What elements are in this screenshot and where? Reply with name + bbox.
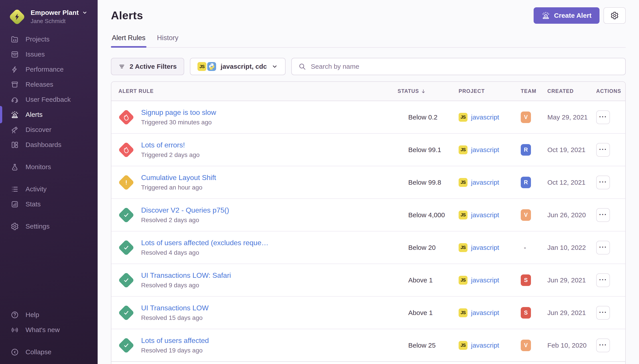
status-cell: Below 25 (398, 342, 459, 349)
team-avatar: S (521, 307, 531, 318)
table-row[interactable]: Cumulative Layout Shift Triggered an hou… (111, 166, 625, 199)
project-link[interactable]: javascript (471, 276, 499, 284)
project-link[interactable]: javascript (471, 244, 499, 252)
project-link[interactable]: javascript (471, 179, 499, 186)
sidebar-item-label: Settings (26, 222, 50, 230)
created-date: May 29, 2021 (547, 114, 596, 121)
page-title: Alerts (111, 9, 143, 22)
table-row[interactable]: Lots of errors! Triggered 2 days ago Bel… (111, 134, 625, 166)
row-actions-button[interactable]: ··· (596, 208, 610, 222)
status-label: Below 0.2 (408, 114, 438, 121)
project-cell: JS javascript (459, 146, 521, 154)
page-header: Alerts Create Alert (111, 7, 626, 24)
alert-rule-link[interactable]: Discover V2 - Queries p75() (141, 206, 229, 214)
table-row[interactable]: UI Transactions LOW Resolved 15 days ago… (111, 296, 625, 329)
sidebar-item-collapse[interactable]: Collapse (0, 344, 98, 360)
tab-bar: Alert Rules History (111, 34, 626, 48)
sidebar-item-issues[interactable]: Issues (0, 47, 98, 62)
arrow-up-icon (398, 309, 405, 316)
monitors-icon (11, 163, 19, 171)
team-cell: - (521, 244, 547, 252)
project-link[interactable]: javascript (471, 309, 499, 316)
sort-descending-icon (421, 89, 426, 94)
sidebar-item-user-feedback[interactable]: User Feedback (0, 92, 98, 107)
alert-rule-link[interactable]: Cumulative Layout Shift (141, 174, 216, 182)
created-date: Oct 19, 2021 (547, 146, 596, 154)
sidebar-item-performance[interactable]: Performance (0, 62, 98, 77)
alert-rule-link[interactable]: Lots of errors! (141, 141, 200, 149)
org-switcher[interactable]: Empower Plant Jane Schmidt (0, 0, 98, 31)
team-avatar: R (521, 177, 531, 188)
sidebar-item-dashboards[interactable]: Dashboards (0, 137, 98, 152)
project-link[interactable]: javascript (471, 211, 499, 219)
sidebar-item-projects[interactable]: Projects (0, 32, 98, 47)
sidebar-item-label: Projects (26, 36, 50, 43)
tab-alert-rules[interactable]: Alert Rules (111, 34, 146, 47)
python-icon (207, 62, 216, 71)
row-actions-button[interactable]: ··· (596, 143, 610, 157)
table-row[interactable]: UI Transactions LOW: Safari Resolved 9 d… (111, 264, 625, 296)
sidebar-item-label: What's new (26, 326, 60, 334)
project-link[interactable]: javascript (471, 342, 499, 349)
settings-icon (11, 222, 19, 230)
row-actions-button[interactable]: ··· (596, 273, 610, 287)
team-cell: V (521, 112, 547, 123)
project-cell: JS javascript (459, 113, 521, 122)
chevron-down-icon (271, 63, 278, 70)
sidebar-item-label: Activity (26, 185, 47, 193)
project-link[interactable]: javascript (471, 146, 499, 154)
sidebar-item-settings[interactable]: Settings (0, 219, 98, 234)
table-row[interactable]: Lots of users affected Resolved 19 days … (111, 329, 625, 362)
status-label: Below 99.1 (408, 146, 441, 154)
arrow-down-icon (398, 146, 405, 154)
sidebar-item-label: Performance (26, 66, 64, 73)
sidebar-item-help[interactable]: Help (0, 307, 98, 322)
sidebar-item-label: Monitors (26, 163, 51, 171)
table-row[interactable]: Lots of users affected (excludes reque… … (111, 232, 625, 264)
projects-icon (11, 35, 19, 44)
sidebar-item-releases[interactable]: Releases (0, 77, 98, 92)
search-input[interactable] (311, 63, 618, 70)
create-alert-button[interactable]: Create Alert (534, 7, 599, 24)
alert-rule-link[interactable]: UI Transactions LOW (141, 304, 209, 312)
project-filter-dropdown[interactable]: JS javascript, cdc (190, 58, 285, 75)
org-name: Empower Plant (31, 9, 79, 16)
status-cell: Below 20 (398, 244, 459, 252)
sidebar-item-what-s-new[interactable]: What's new (0, 322, 98, 338)
active-filters-button[interactable]: 2 Active Filters (111, 58, 184, 75)
row-actions-button[interactable]: ··· (596, 176, 610, 189)
sidebar-item-activity[interactable]: Activity (0, 182, 98, 197)
alert-rule-subtitle: Triggered 2 days ago (141, 152, 200, 158)
alert-rule-link[interactable]: Lots of users affected (141, 336, 209, 345)
alert-settings-button[interactable] (603, 7, 626, 24)
row-actions-button[interactable]: ··· (596, 306, 610, 320)
created-date: Jan 10, 2022 (547, 244, 596, 252)
row-actions-button[interactable]: ··· (596, 338, 610, 352)
sidebar-item-monitors[interactable]: Monitors (0, 160, 98, 174)
arrow-down-icon (398, 114, 405, 121)
tab-history[interactable]: History (156, 34, 179, 47)
sidebar-item-alerts[interactable]: Alerts (0, 107, 98, 122)
sidebar-item-stats[interactable]: Stats (0, 197, 98, 212)
row-actions-button[interactable]: ··· (596, 110, 610, 124)
activity-icon (11, 185, 19, 193)
team-cell: V (521, 340, 547, 351)
team-avatar: V (521, 340, 531, 351)
alert-rule-link[interactable]: Lots of users affected (excludes reque… (141, 239, 268, 247)
alert-rule-link[interactable]: UI Transactions LOW: Safari (141, 271, 231, 280)
alert-rule-link[interactable]: Signup page is too slow (141, 108, 216, 116)
row-actions-button[interactable]: ··· (596, 241, 610, 254)
column-status[interactable]: STATUS (398, 88, 459, 94)
project-cell: JS javascript (459, 243, 521, 252)
sidebar-item-discover[interactable]: Discover (0, 122, 98, 137)
project-link[interactable]: javascript (471, 114, 499, 121)
table-row[interactable]: Signup page is too slow Triggered 30 min… (111, 101, 625, 134)
javascript-icon: JS (459, 146, 467, 154)
status-label: Above 1 (408, 276, 433, 284)
created-date: Jun 29, 2021 (547, 309, 596, 316)
column-alert-rule: ALERT RULE (111, 88, 398, 94)
column-project: PROJECT (459, 88, 521, 94)
javascript-icon: JS (197, 62, 206, 71)
team-cell: R (521, 144, 547, 156)
table-row[interactable]: Discover V2 - Queries p75() Resolved 2 d… (111, 199, 625, 232)
